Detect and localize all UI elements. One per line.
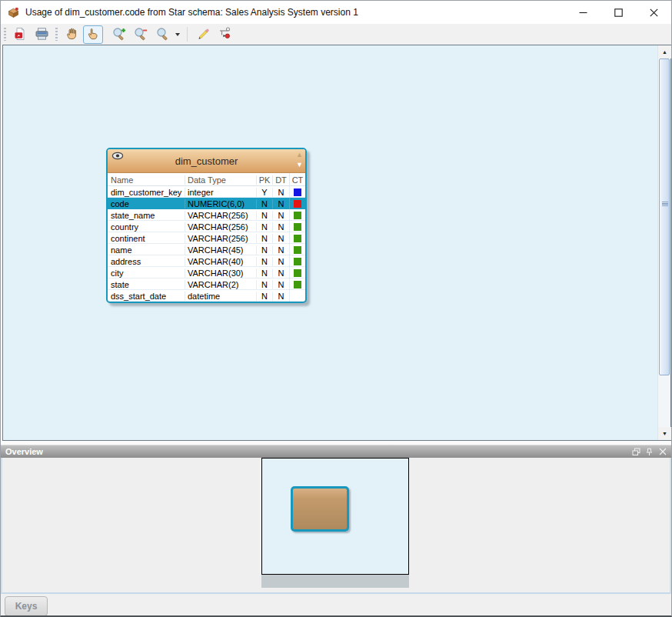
row-ct	[289, 255, 305, 267]
toolbar-separator	[187, 27, 188, 42]
maximize-button[interactable]	[600, 1, 636, 24]
row-name: code	[108, 199, 185, 208]
row-dt: N	[272, 257, 289, 266]
entity-row[interactable]: name VARCHAR(45) N N	[108, 244, 305, 255]
close-button[interactable]	[636, 1, 671, 24]
row-pk: N	[256, 268, 272, 278]
bottom-tab-bar: Keys	[1, 594, 671, 616]
diagram-canvas[interactable]: dim_customer ▲ ▼ Name Data Type PK DT CT…	[2, 45, 671, 441]
entity-row[interactable]: dim_customer_key integer Y N	[108, 186, 305, 198]
scrollbar-grip	[662, 202, 668, 206]
foreign-key-tool-button[interactable]	[215, 25, 235, 44]
row-pk: N	[256, 234, 272, 243]
entity-header[interactable]: dim_customer ▲ ▼	[108, 149, 305, 173]
zoom-in-button[interactable]	[109, 25, 129, 44]
edit-pencil-button[interactable]	[193, 25, 213, 44]
print-button[interactable]	[32, 25, 52, 44]
app-window: Usage of dim_customer.code from Star sch…	[0, 0, 672, 617]
pdf-icon	[13, 27, 27, 42]
pan-tool-button[interactable]	[62, 25, 82, 44]
entity-row[interactable]: country VARCHAR(256) N N	[108, 221, 305, 232]
ct-color-square	[294, 258, 301, 265]
row-dt: N	[272, 268, 289, 278]
eye-icon[interactable]	[111, 152, 124, 162]
toolbar-grip[interactable]	[55, 28, 58, 41]
row-dt: N	[272, 222, 289, 232]
zoom-tool-button[interactable]	[152, 25, 172, 44]
scrollbar-thumb[interactable]	[659, 58, 670, 375]
col-header-data-type: Data Type	[185, 175, 256, 185]
window-title: Usage of dim_customer.code from Star sch…	[25, 7, 358, 18]
pencil-icon	[196, 26, 211, 42]
entity-table-dim-customer[interactable]: dim_customer ▲ ▼ Name Data Type PK DT CT…	[106, 148, 307, 303]
entity-row[interactable]: continent VARCHAR(256) N N	[108, 232, 305, 244]
overview-viewport[interactable]	[261, 458, 409, 575]
scroll-up-button[interactable]: ▲	[658, 45, 671, 58]
entity-row[interactable]: code NUMERIC(6,0) N N	[108, 198, 305, 209]
pointer-tool-button[interactable]	[83, 25, 103, 44]
entity-row[interactable]: city VARCHAR(30) N N	[108, 267, 305, 278]
col-header-pk: PK	[256, 175, 272, 185]
tab-keys[interactable]: Keys	[5, 596, 48, 616]
ct-color-square	[294, 281, 301, 288]
entity-row[interactable]: dss_start_date datetime N N	[108, 290, 305, 302]
row-name: state_name	[108, 211, 185, 220]
row-dt: N	[272, 234, 289, 243]
ct-color-square	[294, 246, 301, 254]
row-data-type: VARCHAR(2)	[185, 280, 256, 289]
row-ct	[289, 232, 305, 244]
entity-rows: dim_customer_key integer Y N code NUMERI…	[108, 186, 305, 302]
row-name: dim_customer_key	[108, 188, 185, 197]
toolbar	[1, 24, 671, 45]
vertical-scrollbar[interactable]: ▲ ▼	[657, 45, 670, 440]
row-ct	[289, 278, 305, 290]
chevron-down-icon	[175, 33, 180, 36]
pointer-hand-icon	[86, 26, 101, 42]
zoom-out-button[interactable]	[131, 25, 151, 44]
entity-row[interactable]: address VARCHAR(40) N N	[108, 255, 305, 267]
app-logo-icon	[7, 6, 20, 19]
export-pdf-button[interactable]	[10, 25, 30, 44]
ct-color-square	[294, 235, 301, 242]
row-name: state	[108, 280, 185, 289]
row-dt: N	[272, 199, 289, 208]
overview-entity-thumbnail[interactable]	[291, 486, 349, 532]
zoom-in-icon	[111, 26, 127, 42]
float-panel-button[interactable]	[631, 447, 641, 457]
row-name: city	[108, 268, 185, 278]
row-ct	[289, 186, 305, 198]
zoom-icon	[155, 26, 170, 42]
zoom-dropdown-button[interactable]	[173, 25, 182, 44]
toolbar-grip[interactable]	[4, 28, 6, 41]
ct-color-square	[294, 200, 301, 208]
row-name: address	[108, 257, 185, 266]
row-ct	[289, 198, 305, 209]
row-data-type: VARCHAR(40)	[185, 257, 256, 266]
overview-panel-header[interactable]: Overview	[1, 445, 671, 458]
entity-row[interactable]: state VARCHAR(2) N N	[108, 278, 305, 290]
sort-down-icon[interactable]: ▼	[296, 160, 303, 170]
overview-title: Overview	[5, 447, 43, 456]
minimize-button[interactable]	[565, 1, 600, 24]
scroll-down-button[interactable]: ▼	[658, 427, 671, 440]
row-pk: N	[256, 211, 272, 220]
printer-icon	[35, 27, 49, 42]
row-name: country	[108, 222, 185, 232]
pin-panel-button[interactable]	[644, 447, 654, 457]
row-dt: N	[272, 245, 289, 255]
row-dt: N	[272, 292, 289, 301]
row-pk: N	[256, 292, 272, 301]
sort-up-icon[interactable]: ▲	[296, 150, 303, 160]
row-pk: N	[256, 257, 272, 266]
col-header-name: Name	[108, 175, 185, 185]
row-pk: N	[256, 222, 272, 232]
row-data-type: datetime	[185, 292, 256, 301]
foreign-key-icon	[217, 26, 232, 42]
window-controls	[565, 1, 671, 24]
ct-color-square	[294, 223, 301, 231]
row-ct	[289, 209, 305, 221]
row-ct	[289, 221, 305, 232]
close-panel-button[interactable]	[657, 447, 667, 457]
entity-row[interactable]: state_name VARCHAR(256) N N	[108, 209, 305, 221]
row-pk: N	[256, 280, 272, 289]
